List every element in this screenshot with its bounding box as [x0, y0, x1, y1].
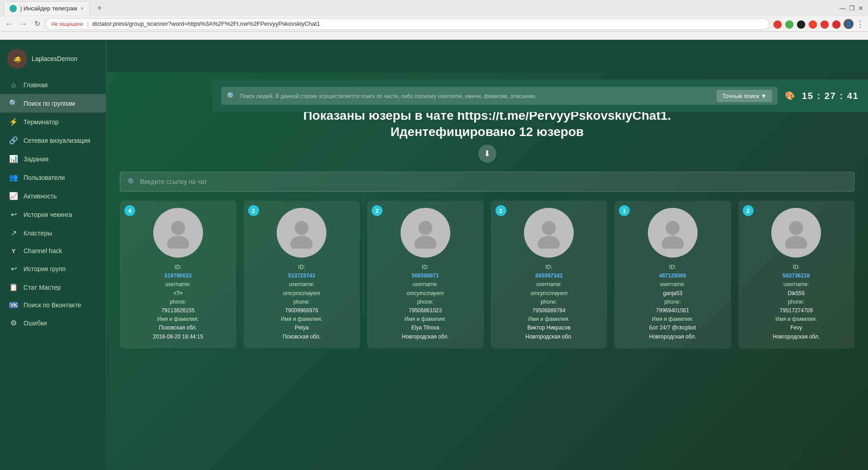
- user-avatar: [153, 208, 203, 258]
- profile-icon[interactable]: 👤: [844, 19, 854, 29]
- user-name: Псковская обл.: [159, 324, 197, 331]
- header-bar: 🔍 Точный поиск ▼ 🎨 15 : 27 : 41: [212, 80, 868, 112]
- sidebar-item-label: Задания: [24, 155, 48, 163]
- sidebar-item-channel-hack[interactable]: Y Channel hack: [0, 242, 106, 259]
- user-date: 2018-08-20 16:44:15: [153, 334, 203, 340]
- stat-master-icon: 📋: [9, 283, 18, 291]
- user-avatar: [277, 208, 326, 258]
- browser-chrome: 🌐 | Инсайдер телеграм × + — ❐ ✕ ← → ↻ Не…: [0, 0, 868, 40]
- svg-point-8: [665, 221, 679, 235]
- user-name: Elya Tihova: [411, 324, 439, 331]
- close-button[interactable]: ✕: [857, 5, 864, 12]
- tab-title: | Инсайдер телеграм: [20, 5, 77, 12]
- ext-icon-5: ⬤: [820, 19, 829, 29]
- channel-hack-icon: Y: [9, 248, 18, 254]
- new-tab-button[interactable]: +: [94, 4, 106, 13]
- sidebar-item-home[interactable]: ⌂ Главная: [0, 76, 106, 94]
- user-name-label: Имя и фамилия:: [528, 316, 570, 322]
- user-username: Dik556: [788, 290, 805, 296]
- main-wrapper: 🔍 Точный поиск ▼ 🎨 15 : 27 : 41 ПОИСК ПО…: [106, 40, 868, 470]
- vk-icon: VK: [9, 302, 18, 308]
- sidebar-item-clusters[interactable]: ↗ Кластеры: [0, 224, 106, 242]
- theme-icon[interactable]: 🎨: [785, 91, 795, 101]
- user-region: Новгородская обл.: [773, 334, 820, 340]
- reload-button[interactable]: ↻: [33, 18, 42, 30]
- clusters-icon: ↗: [9, 229, 18, 237]
- user-name-label: Имя и фамилия:: [281, 316, 322, 322]
- user-name: Fevy: [790, 324, 802, 331]
- card-badge: 2: [372, 205, 382, 216]
- menu-icon[interactable]: ⋮: [856, 19, 864, 29]
- sidebar-item-group-search[interactable]: 🔍 Поиск по группам: [0, 94, 106, 113]
- sidebar-item-errors[interactable]: ⚙ Ошибки: [0, 314, 106, 332]
- user-info: ID: 506580871 username: отсутствует phon…: [373, 263, 478, 341]
- download-button[interactable]: ⬇: [478, 145, 496, 163]
- sidebar-item-activity[interactable]: 📈 Активность: [0, 187, 106, 205]
- minimize-button[interactable]: —: [839, 5, 846, 12]
- browser-tab[interactable]: 🌐 | Инсайдер телеграм ×: [4, 1, 90, 15]
- tab-favicon: 🌐: [9, 5, 17, 12]
- group-search-icon: 🔍: [127, 178, 137, 186]
- user-avatar: [648, 208, 698, 258]
- user-card: 4 ID: 519786623 username: <?> phone: 79: [120, 201, 236, 348]
- svg-point-10: [789, 221, 803, 235]
- svg-point-5: [414, 236, 436, 249]
- sidebar-item-label: Главная: [24, 81, 47, 89]
- sidebar-item-label: Стат Мастер: [24, 284, 61, 291]
- svg-point-9: [661, 236, 684, 249]
- sidebar-item-tasks[interactable]: 📊 Задания: [0, 150, 106, 168]
- user-info: ID: 519786623 username: <?> phone: 79113…: [125, 263, 231, 341]
- sidebar-item-vk-search[interactable]: VK Поиск по Вконтакте: [0, 296, 106, 314]
- sidebar-item-group-history[interactable]: ↩ История групп: [0, 259, 106, 278]
- search-mode-button[interactable]: Точный поиск ▼: [717, 90, 772, 102]
- avatar-person-icon: [657, 217, 689, 249]
- sidebar-item-label: Поиск по группам: [24, 100, 75, 107]
- sidebar-item-network-viz[interactable]: 🔗 Сетевая визуализация: [0, 131, 106, 150]
- users-icon: 👥: [9, 173, 18, 182]
- user-name: Petya: [295, 324, 309, 331]
- svg-point-2: [295, 221, 309, 235]
- group-search-input[interactable]: [140, 178, 847, 185]
- search-icon-main: 🔍: [227, 92, 236, 100]
- user-card: 2 ID: 506580871 username: отсутствует ph…: [367, 201, 484, 348]
- user-region: Новгородская обл.: [649, 334, 696, 340]
- search-input[interactable]: [240, 93, 717, 99]
- sidebar-item-check-history[interactable]: ↩ История чекинга: [0, 205, 106, 224]
- back-button[interactable]: ←: [4, 18, 14, 30]
- group-search-bar: 🔍: [120, 172, 854, 192]
- maximize-button[interactable]: ❐: [848, 5, 855, 12]
- download-icon: ⬇: [484, 149, 491, 159]
- card-badge: 2: [248, 205, 259, 216]
- user-id: 583736218: [783, 273, 810, 279]
- user-region: Новгородская обл.: [525, 334, 572, 340]
- errors-icon: ⚙: [9, 319, 18, 327]
- user-username-missing: отсутствует: [283, 290, 321, 296]
- avatar-person-icon: [533, 217, 565, 249]
- sidebar-item-label: Channel hack: [24, 247, 62, 254]
- svg-point-0: [171, 221, 185, 235]
- user-phone: 79517274709: [780, 307, 813, 314]
- result-subtitle: Идентефицировано 12 юзеров: [120, 125, 854, 139]
- ext-icon-4: ⬤: [808, 19, 817, 29]
- card-badge: 4: [124, 205, 135, 216]
- sidebar-item-label: Сетевая визуализация: [24, 137, 90, 144]
- avatar: 🧔: [7, 49, 27, 69]
- url-text: dictator.press/group_scanner?word=https%…: [92, 20, 320, 27]
- tab-close-btn[interactable]: ×: [81, 5, 84, 12]
- user-region: Новгородская обл.: [402, 334, 449, 340]
- sidebar-nav: ⌂ Главная 🔍 Поиск по группам ⚡ Терминато…: [0, 76, 106, 465]
- users-grid: 4 ID: 519786623 username: <?> phone: 79: [120, 201, 854, 348]
- forward-button[interactable]: →: [18, 18, 29, 30]
- extension-icons: ⬤ ⬤ ⬤ ⬤ ⬤ ⬤ 👤 ⋮: [773, 19, 864, 29]
- ext-icon-1: ⬤: [773, 19, 782, 29]
- main-content: ПОИСК ПО ГРУППАМ В данном разделе осущес…: [106, 72, 868, 470]
- svg-point-7: [538, 236, 560, 249]
- header-right: 🎨 15 : 27 : 41: [785, 91, 859, 101]
- url-bar[interactable]: Не защищено | dictator.press/group_scann…: [46, 18, 769, 30]
- sidebar-item-stat-master[interactable]: 📋 Стат Мастер: [0, 278, 106, 296]
- sidebar-item-users[interactable]: 👥 Пользователи: [0, 168, 106, 187]
- sidebar-item-label: Терминатор: [24, 118, 59, 126]
- user-card: 2 ID: 665997343 username: отсутствует ph…: [491, 201, 608, 348]
- sidebar-item-terminator[interactable]: ⚡ Терминатор: [0, 113, 106, 131]
- user-info: ID: 583736218 username: Dik556 phone: 79…: [744, 263, 849, 341]
